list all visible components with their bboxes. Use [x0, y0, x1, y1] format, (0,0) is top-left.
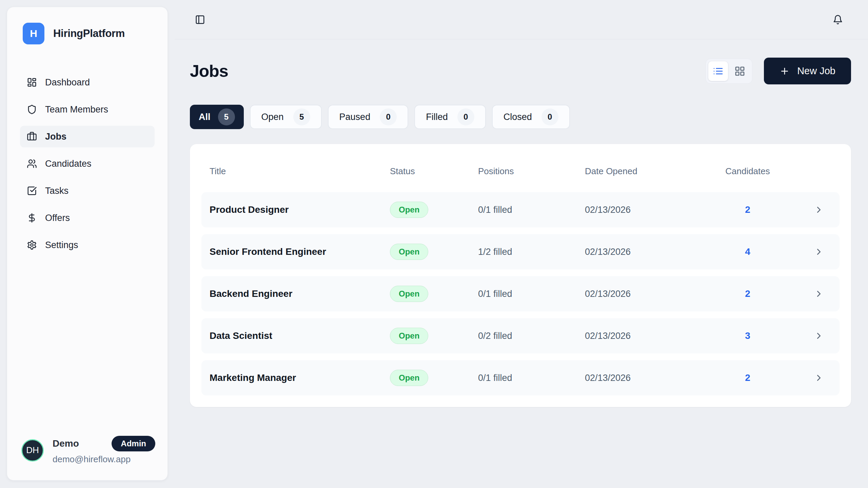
job-date-opened: 02/13/2026 — [585, 373, 724, 383]
job-status-cell: Open — [390, 370, 478, 386]
filter-tabs: All 5 Open 5 Paused 0 Filled 0 Closed 0 — [190, 105, 851, 129]
row-chevron[interactable] — [814, 289, 840, 299]
table-row[interactable]: Data Scientist Open 0/2 filled 02/13/202… — [201, 318, 840, 353]
column-header-title: Title — [201, 166, 390, 177]
filter-label: Filled — [426, 112, 448, 122]
dollar-icon — [27, 213, 37, 223]
sidebar-item-label: Jobs — [45, 131, 66, 142]
row-chevron[interactable] — [814, 373, 840, 383]
table-row[interactable]: Senior Frontend Engineer Open 1/2 filled… — [201, 234, 840, 269]
chevron-right-icon — [814, 289, 824, 299]
brand: H HiringPlatform — [7, 7, 167, 44]
job-positions: 0/2 filled — [478, 331, 585, 341]
list-view-button[interactable] — [708, 61, 728, 81]
job-title: Data Scientist — [201, 330, 390, 341]
job-title: Backend Engineer — [201, 288, 390, 299]
sidebar-item-label: Team Members — [45, 104, 108, 115]
gear-icon — [27, 240, 37, 250]
page-header: Jobs New Job — [190, 58, 851, 84]
filter-count: 0 — [380, 108, 397, 125]
filter-count: 0 — [457, 108, 474, 125]
job-date-opened: 02/13/2026 — [585, 247, 724, 257]
filter-count: 0 — [541, 108, 558, 125]
job-positions: 1/2 filled — [478, 247, 585, 257]
user-info: Demo Admin demo@hireflow.app — [53, 436, 155, 465]
column-header-date-opened: Date Opened — [585, 166, 724, 177]
status-badge: Open — [390, 370, 428, 386]
table-header-row: Title Status Positions Date Opened Candi… — [201, 156, 840, 187]
user-name: Demo — [53, 438, 79, 449]
job-candidates-count[interactable]: 4 — [724, 246, 771, 257]
filter-count: 5 — [293, 108, 310, 125]
column-header-positions: Positions — [478, 166, 585, 177]
sidebar-item-tasks[interactable]: Tasks — [20, 180, 155, 202]
briefcase-icon — [27, 131, 37, 142]
dashboard-icon — [27, 77, 37, 87]
table-row[interactable]: Marketing Manager Open 0/1 filled 02/13/… — [201, 360, 840, 395]
sidebar-item-label: Dashboard — [45, 77, 90, 88]
sidebar-item-dashboard[interactable]: Dashboard — [20, 72, 155, 93]
filter-filled[interactable]: Filled 0 — [414, 105, 486, 129]
filter-closed[interactable]: Closed 0 — [492, 105, 570, 129]
grid-view-button[interactable] — [730, 61, 750, 81]
brand-name: HiringPlatform — [53, 27, 125, 40]
job-title: Product Designer — [201, 204, 390, 215]
shield-icon — [27, 104, 37, 115]
filter-label: All — [199, 112, 211, 122]
notifications-button[interactable] — [833, 15, 843, 25]
sidebar-item-candidates[interactable]: Candidates — [20, 153, 155, 175]
sidebar-item-settings[interactable]: Settings — [20, 234, 155, 256]
sidebar-item-label: Offers — [45, 213, 70, 223]
sidebar: H HiringPlatform Dashboard Team Members … — [7, 7, 168, 481]
brand-logo: H — [23, 23, 44, 44]
chevron-right-icon — [814, 331, 824, 341]
header-actions: New Job — [706, 58, 851, 84]
job-candidates-count[interactable]: 2 — [724, 204, 771, 215]
filter-label: Paused — [339, 112, 371, 122]
sidebar-item-label: Candidates — [45, 159, 92, 169]
job-candidates-count[interactable]: 2 — [724, 372, 771, 383]
job-candidates-count[interactable]: 2 — [724, 288, 771, 299]
users-icon — [27, 159, 37, 169]
job-status-cell: Open — [390, 286, 478, 302]
new-job-button[interactable]: New Job — [764, 58, 851, 84]
sidebar-item-team-members[interactable]: Team Members — [20, 99, 155, 120]
job-candidates-count[interactable]: 3 — [724, 330, 771, 341]
table-row[interactable]: Product Designer Open 0/1 filled 02/13/2… — [201, 192, 840, 227]
app-root: H HiringPlatform Dashboard Team Members … — [0, 0, 868, 488]
chevron-right-icon — [814, 247, 824, 257]
list-icon — [713, 66, 724, 77]
row-chevron[interactable] — [814, 331, 840, 341]
sidebar-item-jobs[interactable]: Jobs — [20, 126, 155, 147]
job-date-opened: 02/13/2026 — [585, 205, 724, 215]
filter-paused[interactable]: Paused 0 — [328, 105, 409, 129]
job-status-cell: Open — [390, 328, 478, 344]
sidebar-item-offers[interactable]: Offers — [20, 207, 155, 229]
sidebar-item-label: Tasks — [45, 186, 68, 196]
user-section[interactable]: DH Demo Admin demo@hireflow.app — [7, 436, 167, 480]
column-header-status: Status — [390, 166, 478, 177]
topbar — [175, 0, 868, 39]
job-status-cell: Open — [390, 244, 478, 260]
filter-open[interactable]: Open 5 — [250, 105, 322, 129]
filter-count: 5 — [218, 108, 235, 125]
panel-left-icon — [195, 15, 205, 25]
row-chevron[interactable] — [814, 205, 840, 215]
sidebar-nav: Dashboard Team Members Jobs Candidates T… — [7, 72, 167, 256]
status-badge: Open — [390, 328, 428, 344]
table-row[interactable]: Backend Engineer Open 0/1 filled 02/13/2… — [201, 276, 840, 311]
filter-all[interactable]: All 5 — [190, 105, 244, 129]
filter-label: Open — [261, 112, 284, 122]
sidebar-toggle-button[interactable] — [195, 15, 205, 25]
jobs-table-card: Title Status Positions Date Opened Candi… — [190, 144, 851, 407]
job-title: Marketing Manager — [201, 372, 390, 383]
avatar: DH — [21, 439, 44, 462]
filter-label: Closed — [504, 112, 532, 122]
job-title: Senior Frontend Engineer — [201, 246, 390, 257]
job-date-opened: 02/13/2026 — [585, 289, 724, 299]
status-badge: Open — [390, 286, 428, 302]
job-date-opened: 02/13/2026 — [585, 331, 724, 341]
page-title: Jobs — [190, 61, 228, 81]
job-status-cell: Open — [390, 202, 478, 218]
row-chevron[interactable] — [814, 247, 840, 257]
